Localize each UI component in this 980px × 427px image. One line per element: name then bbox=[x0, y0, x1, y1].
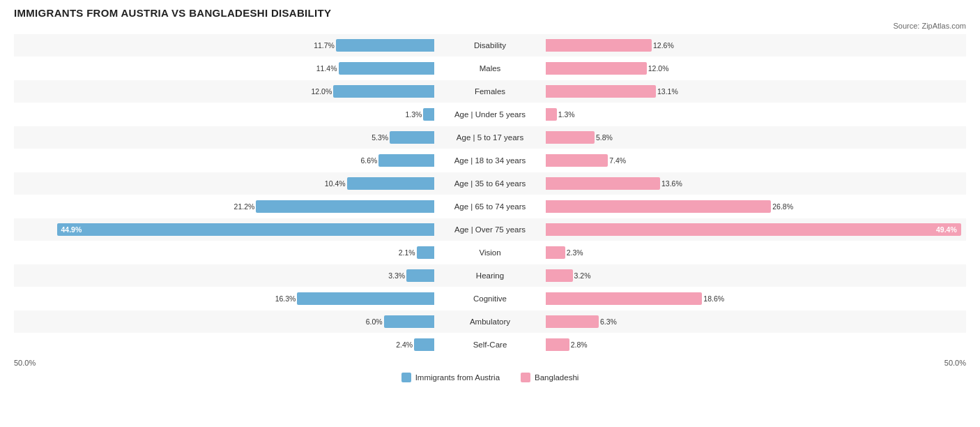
bar-row: 5.3%Age | 5 to 17 years5.8% bbox=[14, 126, 966, 149]
bar-value-left: 16.3% bbox=[275, 294, 296, 303]
bar-value-left: 12.0% bbox=[312, 87, 332, 96]
bar-value-right: 7.4% bbox=[609, 156, 626, 165]
bar-label: Females bbox=[434, 87, 546, 96]
bar-value-left: 5.3% bbox=[372, 133, 388, 142]
bar-row: 12.0%Females13.1% bbox=[14, 80, 966, 103]
bar-row: 1.3%Age | Under 5 years1.3% bbox=[14, 103, 966, 126]
bar-value-right: 12.6% bbox=[653, 41, 674, 50]
bar-label: Age | Over 75 years bbox=[434, 225, 546, 234]
bar-value-right: 2.3% bbox=[567, 248, 583, 257]
bar-row: 11.7%Disability12.6% bbox=[14, 34, 966, 57]
bar-label: Disability bbox=[434, 41, 546, 50]
bar-value-left: 21.2% bbox=[234, 202, 255, 211]
bar-value-right: 13.6% bbox=[661, 179, 682, 188]
bar-value-left: 3.3% bbox=[388, 271, 405, 280]
bar-value-left: 10.4% bbox=[325, 179, 346, 188]
legend-label-austria: Immigrants from Austria bbox=[415, 373, 500, 382]
bar-value-right: 2.8% bbox=[571, 340, 588, 349]
chart-title: IMMIGRANTS FROM AUSTRIA VS BANGLADESHI D… bbox=[14, 7, 966, 19]
bar-row: 3.3%Hearing3.2% bbox=[14, 264, 966, 287]
bar-value-right: 1.3% bbox=[558, 110, 575, 119]
source-label: Source: ZipAtlas.com bbox=[14, 22, 966, 30]
legend-box-austria bbox=[401, 373, 411, 382]
bar-value-right: 13.1% bbox=[657, 87, 678, 96]
legend-item-bangladeshi: Bangladeshi bbox=[521, 373, 579, 382]
bar-value-left: 11.7% bbox=[314, 41, 335, 50]
bar-value-right: 3.2% bbox=[574, 271, 591, 280]
bar-label: Age | 65 to 74 years bbox=[434, 202, 546, 211]
chart-container: 11.7%Disability12.6%11.4%Males12.0%12.0%… bbox=[14, 34, 966, 356]
bar-row: 6.0%Ambulatory6.3% bbox=[14, 310, 966, 333]
bar-label: Self-Care bbox=[434, 340, 546, 349]
bar-value-right: 49.4% bbox=[936, 225, 957, 234]
bar-value-right: 5.8% bbox=[596, 133, 613, 142]
bar-row: 2.1%Vision2.3% bbox=[14, 241, 966, 264]
bar-label: Males bbox=[434, 64, 546, 73]
bar-value-left: 2.4% bbox=[396, 340, 413, 349]
bar-value-right: 18.6% bbox=[703, 294, 724, 303]
bar-row: 2.4%Self-Care2.8% bbox=[14, 334, 966, 356]
bar-label: Age | Under 5 years bbox=[434, 110, 546, 119]
bar-label: Age | 5 to 17 years bbox=[434, 133, 546, 142]
bar-value-right: 6.3% bbox=[600, 317, 617, 326]
axis-left-label: 50.0% bbox=[14, 359, 36, 367]
bar-value-left: 11.4% bbox=[316, 64, 337, 73]
bar-value-left: 6.0% bbox=[366, 317, 383, 326]
bar-value-left: 2.1% bbox=[399, 248, 415, 257]
axis-right-label: 50.0% bbox=[944, 359, 966, 367]
bar-label: Vision bbox=[434, 248, 546, 257]
bar-label: Ambulatory bbox=[434, 317, 546, 326]
bar-value-left: 1.3% bbox=[405, 110, 422, 119]
bar-row: 6.6%Age | 18 to 34 years7.4% bbox=[14, 149, 966, 172]
bar-label: Age | 35 to 64 years bbox=[434, 179, 546, 188]
bar-row: 10.4%Age | 35 to 64 years13.6% bbox=[14, 172, 966, 195]
bar-value-left: 44.9% bbox=[61, 225, 82, 234]
bar-label: Age | 18 to 34 years bbox=[434, 156, 546, 165]
bar-row: 44.9%Age | Over 75 years49.4% bbox=[14, 218, 966, 241]
bar-value-left: 6.6% bbox=[360, 156, 377, 165]
bar-row: 16.3%Cognitive18.6% bbox=[14, 287, 966, 310]
bar-label: Cognitive bbox=[434, 294, 546, 303]
bar-row: 11.4%Males12.0% bbox=[14, 57, 966, 80]
legend-label-bangladeshi: Bangladeshi bbox=[535, 373, 579, 382]
legend-item-austria: Immigrants from Austria bbox=[401, 373, 500, 382]
bar-value-right: 26.8% bbox=[772, 202, 793, 211]
bar-label: Hearing bbox=[434, 271, 546, 280]
bar-value-right: 12.0% bbox=[648, 64, 669, 73]
legend-box-bangladeshi bbox=[521, 373, 530, 382]
bar-row: 21.2%Age | 65 to 74 years26.8% bbox=[14, 195, 966, 218]
